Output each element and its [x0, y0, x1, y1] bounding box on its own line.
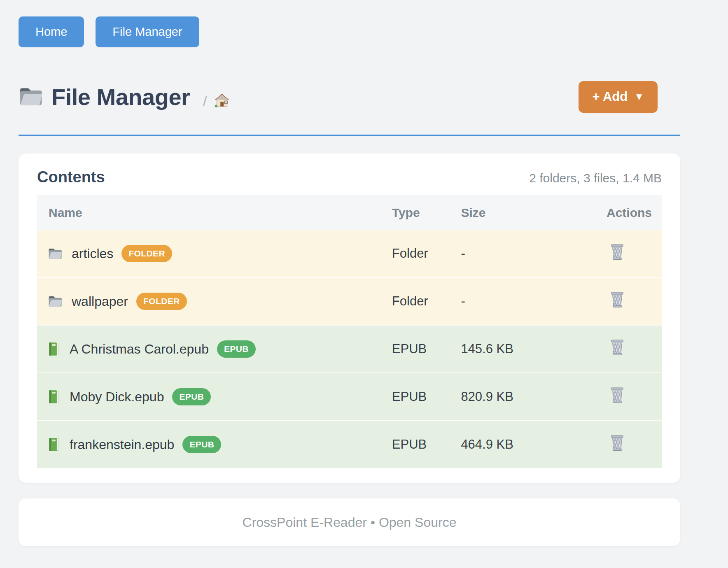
table-row: articles FOLDER Folder -: [37, 230, 662, 277]
type-badge: EPUB: [172, 388, 211, 405]
table-row: frankenstein.epub EPUB EPUB 464.9 KB: [37, 421, 662, 468]
delete-button[interactable]: [609, 339, 625, 356]
page-header: File Manager / + Add ▼: [19, 78, 680, 116]
home-button[interactable]: Home: [19, 16, 84, 47]
column-header-actions: Actions: [573, 195, 662, 230]
file-name[interactable]: A Christmas Carol.epub: [70, 342, 209, 357]
add-button[interactable]: + Add ▼: [579, 81, 658, 113]
file-type: EPUB: [392, 437, 427, 452]
file-name[interactable]: frankenstein.epub: [70, 437, 174, 452]
file-name[interactable]: wallpaper: [72, 294, 128, 309]
breadcrumb-separator: /: [203, 95, 207, 108]
table-row: A Christmas Carol.epub EPUB EPUB 145.6 K…: [37, 325, 662, 373]
delete-button[interactable]: [609, 291, 625, 308]
file-size: -: [461, 294, 465, 308]
page-title: File Manager: [51, 84, 190, 110]
book-icon: [48, 437, 61, 452]
file-name[interactable]: articles: [72, 246, 113, 261]
breadcrumb: /: [203, 92, 230, 110]
footer-text: CrossPoint E-Reader • Open Source: [243, 515, 457, 530]
trash-icon: [609, 399, 625, 405]
table-row: wallpaper FOLDER Folder -: [37, 277, 662, 325]
file-size: 820.9 KB: [461, 389, 513, 404]
chevron-down-icon: ▼: [634, 92, 644, 102]
file-type: EPUB: [392, 389, 427, 404]
file-name[interactable]: Moby Dick.epub: [70, 389, 164, 405]
column-header-type: Type: [392, 195, 461, 230]
folder-icon: [48, 295, 63, 308]
book-icon: [48, 342, 61, 356]
column-header-name: Name: [37, 195, 392, 230]
delete-button[interactable]: [609, 243, 625, 261]
contents-card-header: Contents 2 folders, 3 files, 1.4 MB: [37, 168, 662, 186]
folder-icon: [48, 247, 63, 260]
top-nav: Home File Manager: [19, 16, 680, 47]
file-table: Name Type Size Actions articles: [37, 195, 662, 468]
contents-heading: Contents: [37, 168, 105, 186]
book-icon: [48, 389, 61, 404]
type-badge: EPUB: [217, 340, 256, 358]
contents-table-body: articles FOLDER Folder -: [37, 230, 662, 468]
contents-card: Contents 2 folders, 3 files, 1.4 MB Name…: [19, 154, 680, 483]
trash-icon: [609, 447, 625, 453]
page: Home File Manager File Manager /: [0, 0, 728, 546]
file-type: Folder: [392, 294, 428, 308]
file-type: EPUB: [392, 342, 427, 356]
trash-icon: [609, 256, 625, 262]
accent-divider: [19, 135, 680, 136]
type-badge: FOLDER: [121, 245, 172, 262]
delete-button[interactable]: [609, 434, 625, 452]
file-size: 464.9 KB: [461, 437, 513, 452]
footer: CrossPoint E-Reader • Open Source: [19, 498, 680, 546]
column-header-size: Size: [460, 195, 573, 230]
title-group: File Manager /: [19, 84, 230, 110]
table-header-row: Name Type Size Actions: [37, 195, 662, 230]
file-size: 145.6 KB: [461, 342, 513, 356]
add-button-label: + Add: [592, 89, 628, 104]
type-badge: EPUB: [182, 436, 221, 453]
house-icon[interactable]: [214, 92, 230, 108]
trash-icon: [609, 303, 625, 310]
contents-summary: 2 folders, 3 files, 1.4 MB: [529, 171, 662, 185]
delete-button[interactable]: [609, 386, 625, 404]
file-manager-button[interactable]: File Manager: [96, 16, 199, 47]
type-badge: FOLDER: [136, 293, 187, 310]
file-type: Folder: [392, 246, 428, 261]
file-size: -: [461, 246, 465, 261]
trash-icon: [609, 351, 625, 357]
table-row: Moby Dick.epub EPUB EPUB 820.9 KB: [37, 373, 662, 421]
folder-icon: [19, 86, 43, 107]
